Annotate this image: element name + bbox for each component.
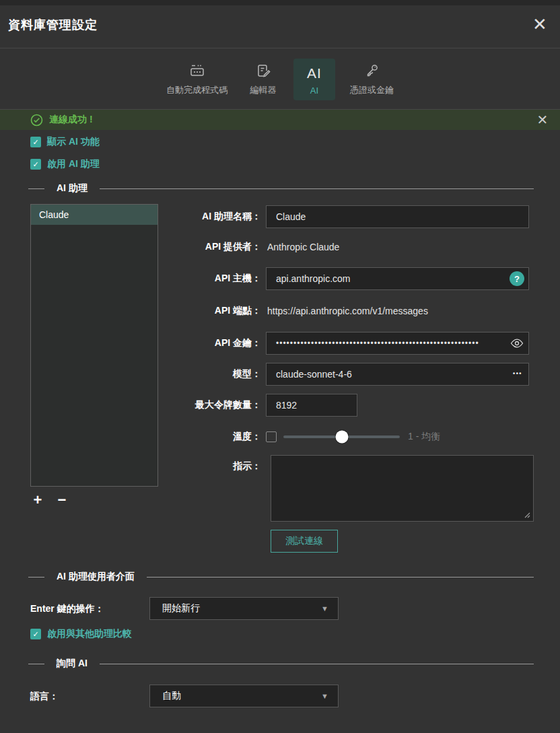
chevron-down-icon: ▼ (321, 604, 338, 613)
section-ask-ai: 詢問 AI (28, 658, 534, 670)
section-title: 詢問 AI (57, 658, 88, 670)
api-endpoint-label: API 端點： (0, 305, 266, 317)
api-endpoint-value: https://api.anthropic.com/v1/messages (266, 306, 428, 316)
language-label: 語言： (30, 691, 59, 703)
checkbox-checked-icon: ✓ (30, 159, 41, 170)
autocomplete-icon (188, 63, 206, 79)
temperature-value-text: 1 - 均衡 (408, 431, 440, 443)
editor-icon (255, 63, 271, 79)
assistant-name-input[interactable] (266, 205, 529, 228)
api-provider-row: API 提供者： Anthropic Claude (0, 240, 534, 254)
enter-action-label: Enter 鍵的操作： (30, 603, 104, 615)
section-rule (28, 577, 44, 578)
api-host-label: API 主機： (0, 273, 266, 285)
language-select[interactable]: 自動 ▼ (149, 685, 339, 707)
section-rule (28, 188, 44, 189)
selected-value: 自動 (150, 690, 321, 702)
enable-ai-assistant-checkbox[interactable]: ✓ 啟用 AI 助理 (30, 158, 100, 170)
model-row: 模型： ••• (0, 363, 534, 386)
api-key-label: API 金鑰： (0, 337, 266, 349)
chevron-down-icon: ▼ (321, 692, 338, 700)
ai-text-icon: AI (307, 63, 322, 80)
banner-message: 連線成功 ! (49, 114, 93, 126)
api-host-row: API 主機： ? (0, 267, 534, 290)
tab-editor[interactable]: 編輯器 (242, 59, 284, 100)
tab-label: 自動完成程式碼 (166, 84, 228, 96)
api-key-row: API 金鑰： (0, 332, 534, 355)
remove-assistant-button[interactable]: − (55, 492, 69, 508)
connection-success-banner: 連線成功 ! ✕ (0, 110, 560, 130)
eye-icon[interactable] (510, 339, 524, 348)
temperature-slider[interactable] (283, 435, 400, 438)
api-endpoint-row: API 端點： https://api.anthropic.com/v1/mes… (0, 304, 534, 318)
tab-credentials-keys[interactable]: 憑證或金鑰 (345, 59, 399, 100)
check-circle-icon (30, 114, 43, 127)
tab-label: AI (310, 85, 318, 96)
banner-close-icon[interactable]: ✕ (533, 110, 552, 129)
section-rule (100, 664, 534, 664)
key-icon (364, 63, 380, 79)
model-browse-ellipsis-icon[interactable]: ••• (513, 370, 522, 377)
api-provider-value: Anthropic Claude (266, 242, 339, 252)
dialog-header: 資料庫管理設定 ✕ (0, 5, 560, 48)
checkbox-checked-icon: ✓ (30, 629, 41, 639)
section-rule (147, 577, 534, 578)
checkbox-checked-icon: ✓ (30, 137, 41, 147)
instructions-label: 指示： (0, 455, 266, 473)
help-icon[interactable]: ? (510, 271, 524, 286)
section-title: AI 助理 (57, 182, 88, 195)
database-settings-dialog: 資料庫管理設定 ✕ 自動完成程式碼 (0, 0, 560, 733)
instructions-textarea[interactable] (271, 455, 534, 522)
compare-assistants-checkbox[interactable]: ✓ 啟用與其他助理比較 (30, 628, 132, 640)
max-tokens-row: 最大令牌數量： (0, 394, 534, 417)
test-connection-button[interactable]: 測試連線 (271, 530, 338, 553)
show-ai-features-checkbox[interactable]: ✓ 顯示 AI 功能 (30, 136, 100, 148)
assistant-list-controls: + − (30, 492, 69, 508)
window-top-edge (0, 0, 560, 5)
checkbox-label: 顯示 AI 功能 (47, 136, 100, 148)
checkbox-label: 啟用 AI 助理 (47, 158, 100, 170)
max-tokens-label: 最大令牌數量： (0, 399, 266, 411)
section-rule (100, 188, 534, 189)
slider-thumb[interactable] (335, 431, 348, 444)
tab-label: 編輯器 (250, 84, 277, 96)
temperature-checkbox[interactable] (266, 431, 277, 442)
section-rule (28, 664, 44, 664)
api-key-input[interactable] (266, 332, 529, 355)
assistant-name-label: AI 助理名稱： (0, 211, 266, 223)
temperature-row: 溫度： 1 - 均衡 (0, 429, 534, 445)
section-assistant-ui: AI 助理使用者介面 (28, 571, 534, 583)
model-input[interactable] (266, 363, 529, 386)
enter-action-select[interactable]: 開始新行 ▼ (149, 597, 339, 620)
assistant-name-row: AI 助理名稱： (0, 205, 534, 228)
checkbox-label: 啟用與其他助理比較 (47, 628, 132, 640)
temperature-label: 溫度： (0, 431, 266, 443)
api-provider-label: API 提供者： (0, 241, 266, 253)
section-title: AI 助理使用者介面 (57, 571, 135, 583)
settings-tabbar: 自動完成程式碼 編輯器 AI AI (0, 49, 560, 110)
add-assistant-button[interactable]: + (30, 492, 45, 508)
page-title: 資料庫管理設定 (8, 17, 98, 33)
close-icon[interactable]: ✕ (529, 13, 551, 35)
selected-value: 開始新行 (150, 602, 321, 615)
tab-label: 憑證或金鑰 (350, 84, 394, 96)
max-tokens-input[interactable] (266, 394, 357, 417)
tab-autocomplete[interactable]: 自動完成程式碼 (161, 59, 233, 100)
section-assistant: AI 助理 (28, 182, 534, 195)
api-host-input[interactable] (266, 267, 529, 290)
model-label: 模型： (0, 368, 266, 380)
tab-ai[interactable]: AI AI (293, 59, 335, 100)
